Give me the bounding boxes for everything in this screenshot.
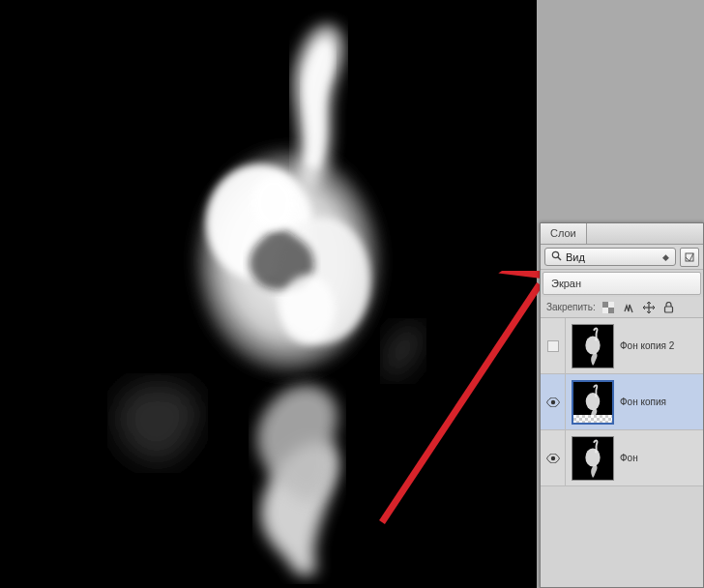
- lock-label: Закрепить:: [546, 302, 596, 312]
- layer-filter-dropdown[interactable]: Вид ◆: [544, 248, 676, 266]
- layer-row[interactable]: Фон копия 2: [541, 318, 703, 374]
- lock-pixels-icon[interactable]: [621, 300, 636, 315]
- canvas[interactable]: [17, 0, 537, 584]
- transparency-indicator: [573, 415, 612, 423]
- lock-transparency-icon[interactable]: [601, 300, 616, 315]
- svg-rect-9: [686, 253, 693, 261]
- lock-position-icon[interactable]: [641, 300, 657, 315]
- eye-icon: [546, 397, 560, 407]
- svg-point-19: [550, 399, 554, 403]
- svg-rect-16: [665, 307, 673, 312]
- canvas-area[interactable]: [0, 0, 537, 588]
- svg-rect-10: [602, 302, 608, 308]
- layer-row[interactable]: Фон копия: [541, 374, 703, 430]
- tab-layers[interactable]: Слои: [541, 223, 587, 244]
- blend-mode-dropdown[interactable]: Экран: [543, 272, 701, 295]
- svg-point-18: [585, 336, 600, 354]
- visibility-toggle[interactable]: [541, 318, 566, 373]
- svg-point-7: [552, 251, 558, 257]
- svg-point-4: [252, 176, 295, 230]
- search-icon: [551, 250, 562, 263]
- svg-point-5: [280, 275, 335, 344]
- layer-thumbnail[interactable]: [572, 436, 614, 481]
- svg-point-22: [550, 456, 554, 459]
- layer-thumbnail[interactable]: [572, 324, 614, 368]
- layer-name-label[interactable]: Фон копия 2: [620, 340, 703, 351]
- blend-mode-value: Экран: [551, 278, 581, 289]
- svg-point-24: [585, 448, 600, 466]
- smoke-image: [17, 0, 537, 584]
- chevron-down-icon: ◆: [662, 252, 669, 262]
- visibility-toggle[interactable]: [541, 430, 566, 485]
- eye-icon: [546, 454, 560, 463]
- visibility-toggle[interactable]: [541, 374, 566, 429]
- visibility-empty-icon: [547, 340, 559, 352]
- layer-name-label[interactable]: Фон: [620, 453, 703, 463]
- svg-rect-11: [608, 308, 614, 313]
- svg-point-21: [586, 393, 601, 410]
- filter-label: Вид: [566, 251, 585, 263]
- layer-row[interactable]: Фон: [541, 430, 703, 486]
- svg-line-8: [558, 257, 561, 260]
- svg-rect-13: [602, 308, 608, 313]
- layers-list: Фон копия 2Фон копияФон: [541, 318, 703, 486]
- layer-name-label[interactable]: Фон копия: [620, 397, 703, 407]
- lock-all-icon[interactable]: [661, 300, 677, 315]
- layer-filter-row: Вид ◆: [541, 245, 703, 270]
- svg-rect-12: [608, 302, 614, 308]
- filter-toggle-button[interactable]: [680, 248, 699, 267]
- layers-panel: Слои Вид ◆ Экран Закрепить: Фон коп: [540, 222, 704, 588]
- panel-tabs: Слои: [541, 223, 703, 245]
- layer-thumbnail[interactable]: [572, 380, 614, 425]
- lock-row: Закрепить:: [541, 297, 703, 318]
